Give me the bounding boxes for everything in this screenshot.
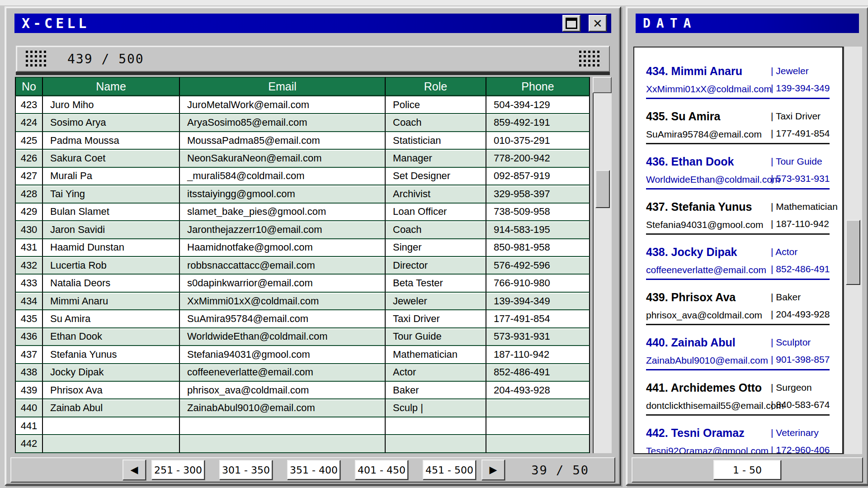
cell-name[interactable]: Sosimo Arya (43, 114, 180, 132)
cell-role[interactable]: Taxi Driver (386, 310, 486, 328)
cell-email[interactable]: MoussaPadma85@email.com (180, 132, 386, 150)
cell-name[interactable]: Haamid Dunstan (43, 239, 180, 257)
grid-handle-icon-left[interactable] (26, 51, 47, 67)
cell-phone[interactable]: 329-958-397 (486, 185, 590, 203)
cell-no[interactable]: 428 (15, 185, 43, 203)
cell-email[interactable]: SuAmira95784@email.com (180, 310, 386, 328)
cell-name[interactable]: Sakura Coet (43, 150, 180, 167)
cell-role[interactable] (386, 417, 486, 435)
cell-phone[interactable]: 859-492-191 (486, 114, 590, 132)
cell-email[interactable]: itsstaiyingg@gmool.com (180, 185, 386, 203)
cell-phone[interactable] (486, 417, 590, 435)
cell-phone[interactable]: 177-491-854 (486, 310, 590, 328)
cell-phone[interactable]: 914-583-195 (486, 221, 590, 239)
page-range-button-451-500[interactable]: 451 - 500 (423, 460, 476, 480)
data-entry[interactable]: 441. Archidemes Otto | Surgeon dontclick… (634, 370, 842, 416)
cell-name[interactable]: Murali Pa (43, 168, 180, 185)
cell-name[interactable] (43, 417, 180, 435)
cell-no[interactable]: 432 (15, 257, 43, 275)
data-entry[interactable]: 435. Su Amira | Taxi Driver SuAmira95784… (634, 99, 842, 144)
data-entry[interactable]: 439. Phrisox Ava | Baker phrisox_ava@col… (634, 280, 842, 325)
cell-email[interactable] (180, 417, 386, 435)
cell-role[interactable]: Jeweler (386, 293, 486, 310)
cell-email[interactable]: robbsnaccattacc@email.com (180, 257, 386, 275)
cell-role[interactable]: Manager (386, 150, 486, 167)
cell-role[interactable]: Police (386, 96, 486, 114)
cell-name[interactable]: Tai Ying (43, 185, 180, 203)
cell-email[interactable]: coffeeneverlatte@email.com (180, 364, 386, 382)
cell-role[interactable]: Baker (386, 382, 486, 399)
data-scrollbar[interactable] (843, 47, 862, 454)
cell-email[interactable]: _murali584@coldmail.com (180, 168, 386, 185)
data-scrollbar-thumb[interactable] (846, 220, 860, 285)
cell-no[interactable]: 441 (15, 417, 43, 435)
cell-phone[interactable]: 092-857-919 (486, 168, 590, 185)
cell-email[interactable]: phrisox_ava@coldmail.com (180, 382, 386, 399)
cell-email[interactable]: NeonSakuraNeon@email.com (180, 150, 386, 167)
cell-email[interactable]: s0dapinkwarrior@email.com (180, 275, 386, 292)
cell-name[interactable]: Jocky Dipak (43, 364, 180, 382)
cell-no[interactable]: 425 (15, 132, 43, 150)
cell-phone[interactable]: 576-492-596 (486, 257, 590, 275)
table-scrollbar-track[interactable] (593, 93, 612, 453)
cell-role[interactable]: Sculp | (386, 399, 486, 417)
cell-name[interactable]: Stefania Yunus (43, 346, 180, 364)
cell-email[interactable]: AryaSosimo85@email.com (180, 114, 386, 132)
cell-name[interactable] (43, 435, 180, 453)
cell-email[interactable]: XxMimmi01xX@coldmail.com (180, 293, 386, 310)
cell-email[interactable]: WorldwideEthan@coldmail.com (180, 328, 386, 346)
cell-email[interactable] (180, 435, 386, 453)
data-entry[interactable]: 434. Mimmi Anaru | Jeweler XxMimmi01xX@c… (634, 54, 842, 99)
grid-handle-icon-right[interactable] (579, 51, 600, 67)
cell-role[interactable]: Statistician (386, 132, 486, 150)
cell-no[interactable]: 439 (15, 382, 43, 399)
cell-name[interactable]: Su Amira (43, 310, 180, 328)
maximize-button[interactable] (562, 15, 580, 32)
data-entry[interactable]: 440. Zainab Abul | Sculptor ZainabAbul90… (634, 325, 842, 370)
cell-no[interactable]: 442 (15, 435, 43, 453)
cell-phone[interactable]: 778-200-942 (486, 150, 590, 167)
range-button-1-50[interactable]: 1 - 50 (713, 460, 781, 480)
cell-phone[interactable]: 573-931-931 (486, 328, 590, 346)
cell-no[interactable]: 426 (15, 150, 43, 167)
cell-role[interactable] (386, 435, 486, 453)
cell-role[interactable]: Loan Officer (386, 204, 486, 221)
cell-role[interactable]: Actor (386, 364, 486, 382)
data-entry[interactable]: 437. Stefania Yunus | Mathematician Stef… (634, 190, 842, 235)
cell-role[interactable]: Beta Tester (386, 275, 486, 292)
cell-phone[interactable]: 139-394-349 (486, 293, 590, 310)
column-header-role[interactable]: Role (386, 77, 486, 96)
page-range-button-351-400[interactable]: 351 - 400 (287, 460, 340, 480)
cell-role[interactable]: Mathematician (386, 346, 486, 364)
cell-name[interactable]: Mimmi Anaru (43, 293, 180, 310)
cell-name[interactable]: Padma Moussa (43, 132, 180, 150)
cell-no[interactable]: 431 (15, 239, 43, 257)
cell-no[interactable]: 437 (15, 346, 43, 364)
cell-role[interactable]: Coach (386, 114, 486, 132)
page-range-button-301-350[interactable]: 301 - 350 (219, 460, 273, 480)
cell-name[interactable]: Natalia Deors (43, 275, 180, 292)
cell-no[interactable]: 436 (15, 328, 43, 346)
cell-phone[interactable]: 850-981-958 (486, 239, 590, 257)
cell-phone[interactable]: 010-375-291 (486, 132, 590, 150)
cell-phone[interactable]: 204-493-928 (486, 382, 590, 399)
cell-phone[interactable]: 738-509-958 (486, 204, 590, 221)
cell-phone[interactable] (486, 399, 590, 417)
cell-phone[interactable]: 504-394-129 (486, 96, 590, 114)
cell-phone[interactable]: 766-910-980 (486, 275, 590, 292)
table-scrollbar-thumb[interactable] (595, 170, 610, 208)
data-entry[interactable]: 436. Ethan Dook | Tour Guide WorldwideEt… (634, 144, 842, 190)
close-button[interactable]: ✕ (589, 15, 607, 32)
cell-phone[interactable]: 187-110-942 (486, 346, 590, 364)
cell-name[interactable]: Juro Miho (43, 96, 180, 114)
cell-no[interactable]: 433 (15, 275, 43, 292)
cell-phone[interactable]: 852-486-491 (486, 364, 590, 382)
cell-email[interactable]: Stefania94031@gmool.com (180, 346, 386, 364)
data-scrollbar-track[interactable] (843, 47, 862, 454)
cell-name[interactable]: Zainab Abul (43, 399, 180, 417)
cell-no[interactable]: 438 (15, 364, 43, 382)
page-range-button-251-300[interactable]: 251 - 300 (151, 460, 205, 480)
page-range-button-401-450[interactable]: 401 - 450 (355, 460, 408, 480)
cell-no[interactable]: 430 (15, 221, 43, 239)
cell-role[interactable]: Coach (386, 221, 486, 239)
